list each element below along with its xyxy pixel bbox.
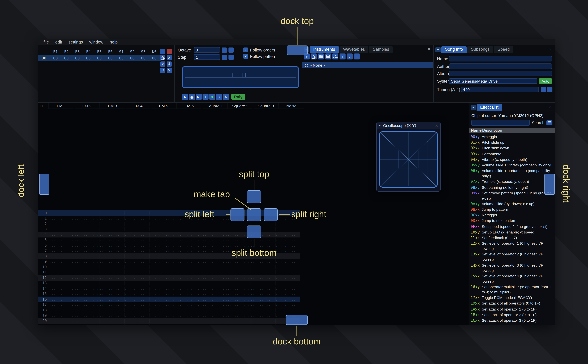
pattern-cell[interactable]: ... .. .. .. — [149, 222, 175, 226]
pattern-cell[interactable]: ... .. .. .. — [99, 243, 124, 247]
effect-row[interactable]: 16xySet operator multiplier (x: operator… — [469, 284, 555, 295]
channel-header-noise[interactable]: Noise — [278, 103, 304, 109]
repeat-pattern-button[interactable]: ↻ — [223, 94, 229, 100]
effect-row[interactable]: 13xxSet level of operator 2 (0 highest, … — [469, 252, 555, 262]
effect-row[interactable]: 06xyVolume slide + portamento (compatibi… — [469, 168, 555, 179]
pattern-cell[interactable]: ... .. .. .. — [124, 238, 149, 242]
pattern-cell[interactable]: ... .. .. .. — [99, 216, 124, 221]
pattern-cell[interactable]: ... .. .. .. — [99, 270, 124, 274]
pattern-cell[interactable]: ... .. .. .. — [74, 281, 99, 285]
pattern-cell[interactable]: ... .. .. .. — [149, 292, 175, 296]
pattern-cell[interactable]: ... .. .. .. — [99, 292, 124, 296]
tab-instruments[interactable]: Instruments — [310, 46, 339, 53]
pattern-cell[interactable]: ... .. .. .. — [124, 308, 149, 312]
pattern-cell[interactable]: ... .. .. .. — [225, 222, 250, 226]
pattern-cell[interactable]: ... .. .. .. — [175, 249, 200, 253]
effect-row[interactable]: 07xyTremolo (x: speed; y: depth) — [469, 179, 555, 185]
pattern-cell[interactable]: ... .. .. .. — [275, 254, 300, 258]
save-instrument-button[interactable] — [325, 53, 331, 59]
pattern-cell[interactable]: ... .. .. .. — [74, 265, 99, 269]
step-increase-button[interactable]: + — [229, 55, 234, 60]
step-down-button[interactable]: ↓ — [203, 94, 209, 100]
pattern-cell[interactable]: ... .. .. .. — [49, 281, 74, 285]
pattern-cell[interactable]: ... .. .. .. — [124, 303, 149, 307]
channel-header-fm-2[interactable]: FM 2 — [74, 103, 99, 109]
pattern-cell[interactable]: ... .. .. .. — [149, 276, 175, 280]
pattern-cell[interactable]: ... .. .. .. — [74, 319, 99, 323]
pattern-cell[interactable]: ... .. .. .. — [250, 260, 275, 264]
menu-item-window[interactable]: window — [86, 39, 106, 44]
close-icon[interactable]: × — [548, 46, 553, 52]
octave-input[interactable]: 3 — [194, 47, 220, 53]
pattern-cell[interactable]: ... .. .. .. — [200, 292, 225, 296]
move-order-down-button[interactable]: ∨ — [160, 61, 165, 67]
pattern-cell[interactable]: ... .. .. .. — [175, 313, 200, 318]
channel-header-fm-5[interactable]: FM 5 — [151, 103, 176, 109]
effect-row[interactable]: 10xySetup LFO (x: enable; y: speed) — [469, 229, 555, 235]
tab-wavetables[interactable]: Wavetables — [340, 46, 368, 53]
pattern-cell[interactable]: ... .. .. .. — [124, 276, 149, 280]
pattern-cell[interactable]: ... .. .. .. — [49, 216, 74, 221]
collapse-arrow-icon[interactable]: ▼ — [379, 124, 381, 127]
move-instrument-up-button[interactable]: ↑ — [340, 53, 345, 59]
pattern-cell[interactable]: ... .. .. .. — [74, 222, 99, 226]
pattern-cell[interactable]: ... .. .. .. — [175, 292, 200, 296]
pattern-cell[interactable]: ... .. .. .. — [74, 211, 99, 215]
pattern-cell[interactable]: ... .. .. .. — [74, 276, 99, 280]
pattern-cell[interactable]: ... .. .. .. — [74, 313, 99, 318]
pattern-cell[interactable]: ... .. .. .. — [99, 297, 124, 301]
step-input[interactable]: 1 — [194, 54, 220, 60]
dock-target-right[interactable] — [544, 174, 555, 195]
menu-item-help[interactable]: help — [106, 39, 121, 44]
pattern-row[interactable]: 19... .. .. ..... .. .. ..... .. .. ....… — [38, 313, 300, 318]
pattern-cell[interactable]: ... .. .. .. — [49, 249, 74, 253]
channel-header-fm-3[interactable]: FM 3 — [99, 103, 125, 109]
pattern-cell[interactable]: ... .. .. .. — [175, 319, 200, 323]
pattern-cell[interactable]: ... .. .. .. — [124, 227, 149, 231]
pattern-cell[interactable]: ... .. .. .. — [49, 211, 74, 215]
pattern-cell[interactable]: ... .. .. .. — [74, 227, 99, 231]
pattern-cell[interactable]: ... .. .. .. — [225, 243, 250, 247]
pattern-cell[interactable]: ... .. .. .. — [175, 222, 200, 226]
edit-record-toggle[interactable]: ● — [209, 94, 215, 100]
pattern-cell[interactable]: ... .. .. .. — [124, 211, 149, 215]
pattern-cell[interactable]: ... .. .. .. — [149, 211, 175, 215]
pattern-cell[interactable]: ... .. .. .. — [275, 233, 300, 237]
pattern-cell[interactable]: ... .. .. .. — [225, 297, 250, 301]
order-cell[interactable]: 00 — [105, 56, 116, 60]
pattern-cell[interactable]: ... .. .. .. — [49, 286, 74, 290]
pattern-cell[interactable]: ... .. .. .. — [99, 308, 124, 312]
pattern-cell[interactable]: ... .. .. .. — [200, 227, 225, 231]
channel-header-fm-4[interactable]: FM 4 — [125, 103, 151, 109]
pattern-cell[interactable]: ... .. .. .. — [175, 233, 200, 237]
pattern-row[interactable]: 2... .. .. ..... .. .. ..... .. .. .....… — [38, 221, 300, 227]
pattern-cell[interactable]: ... .. .. .. — [49, 265, 74, 269]
pattern-cell[interactable]: ... .. .. .. — [200, 303, 225, 307]
pattern-cell[interactable]: ... .. .. .. — [175, 265, 200, 269]
tuning-field[interactable]: 440 — [461, 87, 539, 92]
channel-header-square-1[interactable]: Square 1 — [202, 103, 227, 109]
pattern-cell[interactable]: ... .. .. .. — [124, 286, 149, 290]
effect-list-menu-button[interactable] — [547, 120, 552, 125]
pattern-cell[interactable]: ... .. .. .. — [275, 238, 300, 242]
pattern-cell[interactable]: ... .. .. .. — [149, 238, 175, 242]
pattern-row[interactable]: 16... .. .. ..... .. .. ..... .. .. ....… — [38, 297, 300, 302]
order-cell[interactable]: 00 — [127, 56, 138, 60]
pattern-cell[interactable]: ... .. .. .. — [124, 216, 149, 221]
pattern-cell[interactable]: ... .. .. .. — [124, 243, 149, 247]
pattern-cell[interactable]: ... .. .. .. — [250, 222, 275, 226]
pattern-cell[interactable]: ... .. .. .. — [49, 270, 74, 274]
follow-pattern-checkbox[interactable]: ✓ Follow pattern — [243, 54, 277, 59]
pattern-cell[interactable]: ... .. .. .. — [225, 308, 250, 312]
pattern-cell[interactable]: ... .. .. .. — [225, 270, 250, 274]
pattern-cell[interactable]: ... .. .. .. — [175, 308, 200, 312]
tab-subsongs[interactable]: Subsongs — [467, 46, 493, 53]
pattern-row[interactable]: 6... .. .. ..... .. .. ..... .. .. .....… — [38, 243, 300, 248]
pattern-cell[interactable]: ... .. .. .. — [74, 254, 99, 258]
order-cell[interactable]: 00 — [61, 56, 72, 60]
effect-row[interactable]: 1AxxSet attack of operator 1 (0 to 1F) — [469, 306, 555, 312]
pattern-row[interactable]: 12... .. .. ..... .. .. ..... .. .. ....… — [38, 275, 300, 280]
pattern-cell[interactable]: ... .. .. .. — [49, 313, 74, 318]
pattern-cell[interactable]: ... .. .. .. — [275, 260, 300, 264]
pattern-cell[interactable]: ... .. .. .. — [49, 276, 74, 280]
